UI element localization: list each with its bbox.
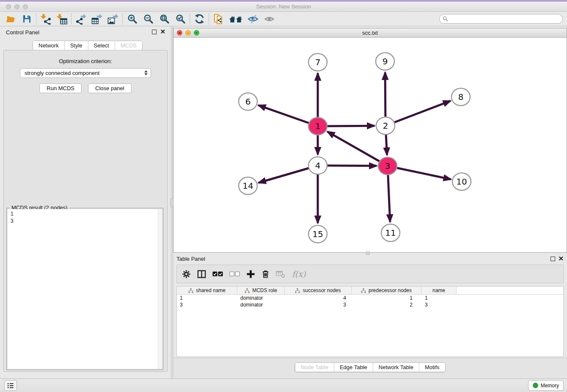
mcds-result-group: MCDS result (2 nodes) 1 3 xyxy=(6,208,163,370)
close-panel-icon[interactable]: ✕ xyxy=(558,255,564,262)
tab-select[interactable]: Select xyxy=(88,41,115,50)
search-input[interactable] xyxy=(439,14,563,24)
delete-table-button[interactable] xyxy=(276,270,285,278)
run-mcds-button[interactable]: Run MCDS xyxy=(39,83,82,93)
tab-motifs[interactable]: Motifs xyxy=(419,363,445,372)
svg-text:1: 1 xyxy=(315,121,321,131)
float-panel-icon[interactable] xyxy=(152,30,157,34)
network-window-title: scc.txt xyxy=(173,30,567,36)
hide-selected-button[interactable] xyxy=(247,13,259,25)
column-header-predecessor-nodes[interactable]: predecessor nodes xyxy=(352,287,421,294)
delete-table-icon xyxy=(276,270,285,278)
table-row[interactable]: 3 dominator 3 2 3 xyxy=(177,301,563,308)
svg-text:9: 9 xyxy=(383,56,388,66)
select-all-button[interactable] xyxy=(212,270,223,278)
tab-style[interactable]: Style xyxy=(64,41,88,50)
optimization-criterion-label: Optimization criterion: xyxy=(4,58,167,64)
apply-layout-button[interactable] xyxy=(193,13,206,25)
open-file-button[interactable] xyxy=(4,13,17,25)
graph-node-9[interactable]: 9 xyxy=(376,53,394,70)
first-neighbors-button[interactable] xyxy=(228,13,243,25)
result-scrollbar[interactable] xyxy=(158,209,162,369)
deselect-all-button[interactable] xyxy=(229,270,240,278)
import-table-icon xyxy=(56,14,67,25)
mcds-panel: Optimization criterion: strongly connect… xyxy=(3,50,168,372)
gear-icon xyxy=(182,270,191,279)
column-header-shared-name[interactable]: shared name xyxy=(177,287,237,294)
mcds-result-text[interactable]: 1 3 xyxy=(8,209,158,369)
graph-node-11[interactable]: 11 xyxy=(381,224,400,242)
show-panels-button[interactable] xyxy=(4,380,17,391)
zoom-out-button[interactable] xyxy=(142,13,154,25)
import-network-button[interactable] xyxy=(39,13,52,25)
zoom-in-button[interactable] xyxy=(126,13,138,25)
graph-node-10[interactable]: 10 xyxy=(452,173,471,190)
tab-network-table[interactable]: Network Table xyxy=(373,363,419,372)
zoom-in-icon xyxy=(127,14,138,24)
header-filler xyxy=(457,287,563,294)
table-row[interactable]: 1 dominator 4 1 1 xyxy=(177,295,563,301)
criterion-select[interactable]: strongly connected component xyxy=(20,68,151,78)
unchecked-boxes-icon xyxy=(229,270,240,278)
close-panel-button[interactable]: Close panel xyxy=(88,83,132,93)
application-window: Session: New Session xyxy=(0,0,567,392)
graph-edge-3-1[interactable] xyxy=(328,132,388,166)
hierarchy-icon xyxy=(295,288,300,293)
node-table[interactable]: shared name MCDS role xyxy=(176,286,564,357)
graph-node-7[interactable]: 7 xyxy=(308,54,327,71)
float-panel-icon[interactable] xyxy=(550,257,555,261)
column-header-successor-nodes[interactable]: successor nodes xyxy=(285,287,352,294)
graph-node-8[interactable]: 8 xyxy=(451,88,470,106)
tab-node-table[interactable]: Node Table xyxy=(295,363,334,372)
zoom-fit-button[interactable] xyxy=(158,13,171,25)
column-label: shared name xyxy=(196,287,226,293)
tab-edge-table[interactable]: Edge Table xyxy=(334,363,373,372)
column-header-name[interactable]: name xyxy=(421,287,457,294)
export-table-button[interactable] xyxy=(91,13,103,25)
graph-node-6[interactable]: 6 xyxy=(239,93,257,110)
save-session-button[interactable] xyxy=(20,13,33,25)
zoom-fit-icon xyxy=(159,14,170,24)
import-table-button[interactable] xyxy=(55,13,68,25)
delete-column-button[interactable] xyxy=(261,269,270,279)
tab-network[interactable]: Network xyxy=(33,41,64,50)
cell-mcds-role: dominator xyxy=(237,295,285,301)
export-image-button[interactable] xyxy=(107,13,119,25)
column-settings-button[interactable] xyxy=(182,270,191,279)
graph-node-4[interactable]: 4 xyxy=(308,157,327,174)
export-network-button[interactable] xyxy=(74,13,87,25)
tab-mcds[interactable]: MCDS xyxy=(115,41,142,50)
graph-node-3[interactable]: 3 xyxy=(378,157,397,175)
checked-boxes-icon xyxy=(212,270,223,278)
graph-node-2[interactable]: 2 xyxy=(376,117,395,135)
network-canvas[interactable]: 7968124314101511 xyxy=(173,38,567,251)
zoom-selected-button[interactable] xyxy=(174,13,187,25)
select-stepper-icon xyxy=(144,70,148,75)
result-line: 3 xyxy=(11,218,158,225)
svg-text:10: 10 xyxy=(456,177,467,187)
function-builder-button[interactable]: f(x) xyxy=(292,269,306,279)
search-container xyxy=(439,14,563,24)
duplicate-network-button[interactable] xyxy=(212,13,225,25)
column-label: successor nodes xyxy=(303,287,341,293)
column-header-mcds-role[interactable]: MCDS role xyxy=(237,287,285,294)
show-columns-button[interactable] xyxy=(197,270,206,279)
control-panel: Control Panel ✕ Network Style Select MCD… xyxy=(0,26,171,378)
toolbar-separator xyxy=(122,14,123,25)
list-icon xyxy=(7,382,14,389)
cell-shared-name: 1 xyxy=(177,295,237,301)
memory-button[interactable]: Memory xyxy=(528,380,564,391)
refresh-icon xyxy=(194,14,205,24)
toolbar-separator xyxy=(36,14,36,25)
graph-node-14[interactable]: 14 xyxy=(239,177,257,195)
graph-edge-2-8[interactable] xyxy=(385,101,451,126)
network-graph[interactable]: 7968124314101511 xyxy=(173,38,567,251)
graph-node-15[interactable]: 15 xyxy=(308,226,327,243)
search-icon xyxy=(443,16,448,22)
show-all-button[interactable] xyxy=(263,13,275,25)
close-panel-icon[interactable]: ✕ xyxy=(160,28,165,36)
export-table-icon xyxy=(91,14,102,25)
add-column-button[interactable] xyxy=(246,270,255,279)
table-toolbar: f(x) xyxy=(176,265,564,283)
graph-node-1[interactable]: 1 xyxy=(308,118,327,135)
